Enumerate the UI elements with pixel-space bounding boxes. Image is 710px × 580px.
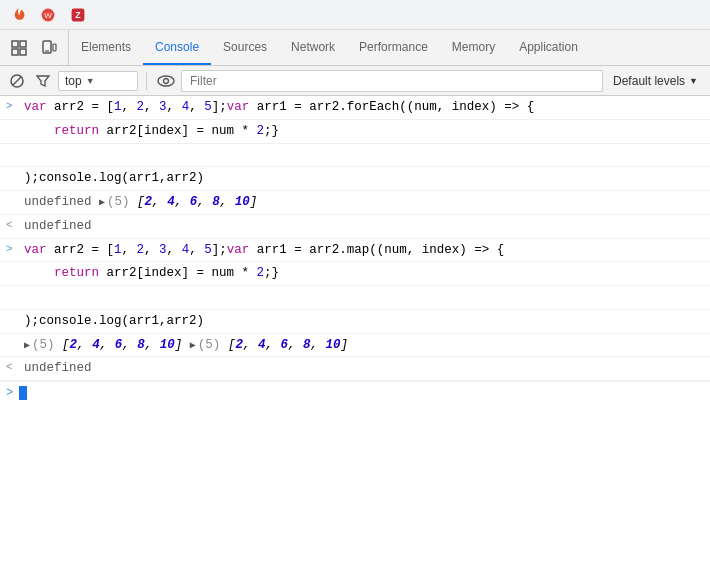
console-blank-1: > xyxy=(0,144,710,168)
context-value: top xyxy=(65,74,82,88)
context-dropdown-arrow: ▼ xyxy=(86,76,95,86)
console-undefined-line-1: < undefined xyxy=(0,215,710,239)
console-cont-line-2: > );console.log(arr1,arr2) xyxy=(0,167,710,191)
console-prompt-line[interactable]: > xyxy=(0,381,710,404)
live-expressions-button[interactable] xyxy=(155,70,177,92)
tab-memory[interactable]: Memory xyxy=(440,30,507,65)
icon-flame[interactable] xyxy=(8,5,28,25)
svg-line-12 xyxy=(13,77,21,85)
svg-rect-7 xyxy=(20,49,26,55)
inspect-element-button[interactable] xyxy=(6,35,32,61)
console-code-cont-2: );console.log(arr1,arr2) xyxy=(24,169,710,188)
input-arrow-1: > xyxy=(6,100,18,112)
tab-console[interactable]: Console xyxy=(143,30,211,65)
tab-performance[interactable]: Performance xyxy=(347,30,440,65)
toggle-filter-button[interactable] xyxy=(32,70,54,92)
svg-point-14 xyxy=(158,76,174,86)
default-levels-arrow: ▼ xyxy=(689,76,698,86)
svg-point-15 xyxy=(164,78,169,83)
devtools-tab-list: Elements Console Sources Network Perform… xyxy=(69,30,710,65)
console-code-cont-4: );console.log(arr1,arr2) xyxy=(24,312,710,331)
devtools-left-icons xyxy=(0,30,69,65)
tab-elements[interactable]: Elements xyxy=(69,30,143,65)
svg-rect-9 xyxy=(53,44,56,51)
tab-sources[interactable]: Sources xyxy=(211,30,279,65)
svg-text:Z: Z xyxy=(75,10,81,20)
svg-rect-4 xyxy=(12,41,18,47)
console-cont-line-1: > return arr2[index] = num * 2;} xyxy=(0,120,710,144)
prompt-cursor xyxy=(19,386,27,400)
console-input-line-1[interactable]: > var arr2 = [1, 2, 3, 4, 5];var arr1 = … xyxy=(0,96,710,120)
svg-text:W: W xyxy=(44,11,52,20)
console-output-line-2[interactable]: < ▶(5) [2, 4, 6, 8, 10] ▶(5) [2, 4, 6, 8… xyxy=(0,334,710,358)
console-code-1: var arr2 = [1, 2, 3, 4, 5];var arr1 = ar… xyxy=(24,98,710,117)
svg-rect-5 xyxy=(20,41,26,47)
context-selector[interactable]: top ▼ xyxy=(58,71,138,91)
svg-marker-13 xyxy=(37,76,49,86)
console-undefined-text-2: undefined xyxy=(24,359,710,378)
icon-weibo[interactable]: W xyxy=(38,5,58,25)
device-toggle-button[interactable] xyxy=(36,35,62,61)
console-undefined-text-1: undefined xyxy=(24,217,710,236)
console-code-cont-1: return arr2[index] = num * 2;} xyxy=(24,122,710,141)
tab-network[interactable]: Network xyxy=(279,30,347,65)
toolbar-separator xyxy=(146,72,147,90)
console-output: > var arr2 = [1, 2, 3, 4, 5];var arr1 = … xyxy=(0,96,710,580)
console-output-line-1[interactable]: < undefined ▶(5) [2, 4, 6, 8, 10] xyxy=(0,191,710,215)
console-cont-line-4: > );console.log(arr1,arr2) xyxy=(0,310,710,334)
console-undefined-line-2: < undefined xyxy=(0,357,710,381)
console-output-text-1: undefined ▶(5) [2, 4, 6, 8, 10] xyxy=(24,193,710,212)
default-levels-label: Default levels xyxy=(613,74,685,88)
prompt-arrow: > xyxy=(6,386,13,400)
console-output-text-2: ▶(5) [2, 4, 6, 8, 10] ▶(5) [2, 4, 6, 8, … xyxy=(24,336,710,355)
console-cont-line-3: > return arr2[index] = num * 2;} xyxy=(0,262,710,286)
console-toolbar: top ▼ Default levels ▼ xyxy=(0,66,710,96)
console-blank-2: > xyxy=(0,286,710,310)
console-code-cont-3: return arr2[index] = num * 2;} xyxy=(24,264,710,283)
devtools-tab-bar: Elements Console Sources Network Perform… xyxy=(0,30,710,66)
icon-zotero[interactable]: Z xyxy=(68,5,88,25)
console-code-2: var arr2 = [1, 2, 3, 4, 5];var arr1 = ar… xyxy=(24,241,710,260)
default-levels-dropdown[interactable]: Default levels ▼ xyxy=(607,74,704,88)
browser-tab-bar: W Z xyxy=(0,0,710,30)
filter-input[interactable] xyxy=(181,70,603,92)
tab-application[interactable]: Application xyxy=(507,30,590,65)
svg-rect-6 xyxy=(12,49,18,55)
input-arrow-2: > xyxy=(6,243,18,255)
clear-console-button[interactable] xyxy=(6,70,28,92)
console-input-line-2[interactable]: > var arr2 = [1, 2, 3, 4, 5];var arr1 = … xyxy=(0,239,710,263)
